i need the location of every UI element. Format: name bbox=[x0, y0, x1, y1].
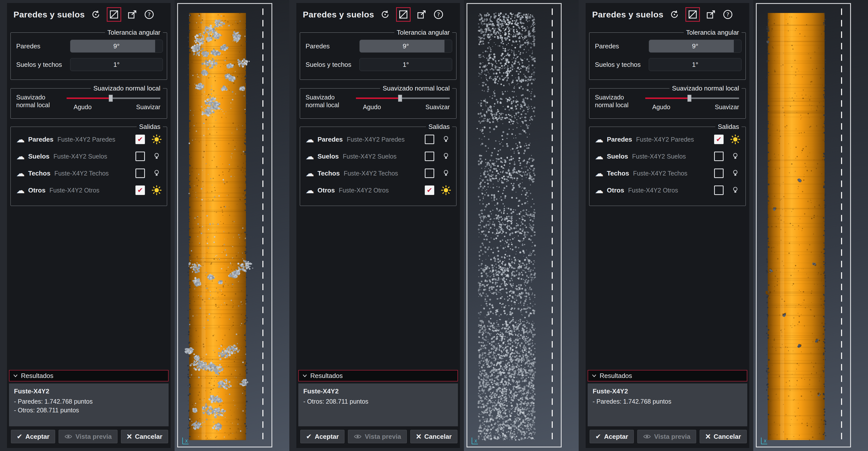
output-dataset: Fuste-X4Y2 Paredes bbox=[636, 136, 694, 143]
paredes-tolerance-input[interactable]: 9° bbox=[70, 40, 163, 53]
cancelar-label: Cancelar bbox=[424, 433, 452, 441]
section-plane-button[interactable] bbox=[397, 8, 409, 21]
bulb-icon bbox=[442, 169, 450, 178]
suavizar-label: Suavizar bbox=[426, 103, 450, 111]
reset-button[interactable] bbox=[379, 8, 391, 21]
output-label: Paredes bbox=[28, 136, 53, 143]
paredes-tolerance-input[interactable]: 9° bbox=[649, 40, 742, 53]
group-title: Salidas bbox=[715, 123, 742, 131]
help-button[interactable]: ? bbox=[143, 8, 155, 21]
slider-handle[interactable] bbox=[109, 95, 113, 102]
dialog-toolbar: ? bbox=[379, 7, 444, 22]
bulb-icon-otros[interactable] bbox=[151, 185, 162, 195]
bulb-icon-otros[interactable] bbox=[440, 185, 452, 195]
check-icon: ✔ bbox=[137, 187, 143, 194]
vista-previa-button[interactable]: Vista previa bbox=[348, 430, 407, 443]
output-checkbox-techos[interactable]: ✔ bbox=[135, 168, 145, 178]
export-button[interactable] bbox=[126, 8, 138, 21]
cancelar-label: Cancelar bbox=[714, 433, 741, 441]
export-icon bbox=[705, 9, 716, 20]
lit-bulb-icon bbox=[151, 134, 162, 144]
point-cloud-canvas[interactable] bbox=[753, 0, 868, 451]
output-dataset: Fuste-X4Y2 Suelos bbox=[632, 153, 686, 160]
svg-text:?: ? bbox=[437, 11, 440, 18]
paredes-tolerance-input[interactable]: 9° bbox=[360, 40, 452, 53]
bulb-icon-suelos[interactable] bbox=[151, 152, 162, 161]
vista-previa-button[interactable]: Vista previa bbox=[637, 430, 696, 443]
output-label: Otros bbox=[607, 187, 624, 194]
output-checkbox-paredes[interactable]: ✔ bbox=[135, 135, 145, 144]
bulb-icon-techos[interactable] bbox=[440, 169, 452, 178]
help-icon: ? bbox=[722, 9, 733, 20]
aceptar-label: Aceptar bbox=[604, 433, 628, 441]
output-checkbox-suelos[interactable]: ✔ bbox=[714, 152, 723, 161]
output-checkbox-suelos[interactable]: ✔ bbox=[425, 152, 434, 161]
cloud-icon: ☁ bbox=[595, 152, 603, 161]
output-checkbox-paredes[interactable]: ✔ bbox=[425, 135, 434, 144]
salidas-group: Salidas ☁ Paredes Fuste-X4Y2 Paredes ✔ ☁… bbox=[589, 127, 746, 206]
suavizar-label: Suavizar bbox=[136, 103, 160, 111]
bulb-icon-techos[interactable] bbox=[730, 169, 741, 178]
point-cloud-canvas[interactable] bbox=[464, 0, 579, 451]
resultados-header[interactable]: Resultados bbox=[9, 370, 168, 381]
selected-tool-frame bbox=[107, 7, 121, 22]
output-checkbox-suelos[interactable]: ✔ bbox=[135, 152, 145, 161]
output-dataset: Fuste-X4Y2 Techos bbox=[54, 170, 109, 177]
cancelar-button[interactable]: × Cancelar bbox=[121, 430, 168, 443]
paredes-label: Paredes bbox=[16, 42, 40, 50]
suelos-techos-label: Suelos y techos bbox=[595, 61, 641, 69]
bulb-icon-techos[interactable] bbox=[151, 169, 162, 178]
aceptar-button[interactable]: ✔ Aceptar bbox=[300, 430, 344, 443]
bulb-icon-otros[interactable] bbox=[730, 186, 741, 194]
output-checkbox-techos[interactable]: ✔ bbox=[425, 168, 434, 178]
bulb-icon-suelos[interactable] bbox=[440, 152, 452, 161]
smoothing-slider[interactable] bbox=[67, 95, 160, 102]
suelos-techos-tolerance-input[interactable]: 1° bbox=[70, 58, 163, 71]
aceptar-button[interactable]: ✔ Aceptar bbox=[590, 430, 634, 443]
cancelar-button[interactable]: × Cancelar bbox=[410, 430, 458, 443]
results-body: Fuste-X4Y2 - Otros: 208.711 puntos bbox=[298, 383, 458, 426]
resultados-header[interactable]: Resultados bbox=[298, 370, 458, 381]
cloud-icon: ☁ bbox=[306, 186, 314, 195]
group-title: Salidas bbox=[137, 123, 163, 131]
dialog-buttons: ✔ Aceptar Vista previa × Cancelar bbox=[11, 430, 168, 443]
suelos-techos-tolerance-input[interactable]: 1° bbox=[649, 58, 742, 71]
section-plane-button[interactable] bbox=[687, 8, 699, 21]
smoothing-slider[interactable] bbox=[645, 95, 739, 102]
output-checkbox-otros[interactable]: ✔ bbox=[425, 186, 434, 195]
cancelar-button[interactable]: × Cancelar bbox=[700, 430, 747, 443]
bulb-icon-paredes[interactable] bbox=[440, 135, 452, 143]
resultados-header[interactable]: Resultados bbox=[588, 370, 747, 381]
slider-handle[interactable] bbox=[687, 95, 691, 102]
output-row-paredes: ☁ Paredes Fuste-X4Y2 Paredes ✔ bbox=[595, 133, 741, 146]
slider-handle[interactable] bbox=[398, 95, 402, 102]
smoothing-slider[interactable] bbox=[356, 95, 450, 102]
output-checkbox-techos[interactable]: ✔ bbox=[714, 168, 723, 178]
reset-button[interactable] bbox=[669, 8, 680, 21]
output-dataset: Fuste-X4Y2 Suelos bbox=[343, 153, 396, 160]
bulb-icon-paredes[interactable] bbox=[151, 134, 162, 144]
output-checkbox-otros[interactable]: ✔ bbox=[135, 186, 145, 195]
reset-button[interactable] bbox=[90, 8, 102, 21]
suelos-techos-tolerance-input[interactable]: 1° bbox=[360, 58, 452, 71]
output-checkbox-paredes[interactable]: ✔ bbox=[714, 135, 723, 144]
vista-previa-label: Vista previa bbox=[365, 433, 401, 441]
agudo-label: Agudo bbox=[73, 103, 92, 111]
vista-previa-button[interactable]: Vista previa bbox=[59, 430, 118, 443]
viewport-3d[interactable] bbox=[753, 0, 868, 451]
output-dataset: Fuste-X4Y2 Otros bbox=[50, 187, 99, 194]
aceptar-button[interactable]: ✔ Aceptar bbox=[11, 430, 55, 443]
section-plane-button[interactable] bbox=[108, 8, 120, 21]
export-button[interactable] bbox=[705, 8, 717, 21]
point-cloud-canvas[interactable] bbox=[175, 0, 289, 451]
help-icon: ? bbox=[433, 9, 444, 20]
export-button[interactable] bbox=[415, 8, 428, 21]
viewport-3d[interactable] bbox=[464, 0, 579, 451]
output-row-paredes: ☁ Paredes Fuste-X4Y2 Paredes ✔ bbox=[306, 133, 452, 146]
viewport-3d[interactable] bbox=[175, 0, 289, 451]
output-checkbox-otros[interactable]: ✔ bbox=[714, 186, 723, 195]
help-button[interactable]: ? bbox=[722, 8, 734, 21]
bulb-icon-suelos[interactable] bbox=[730, 152, 741, 161]
help-button[interactable]: ? bbox=[433, 8, 444, 21]
bulb-icon-paredes[interactable] bbox=[730, 134, 741, 144]
